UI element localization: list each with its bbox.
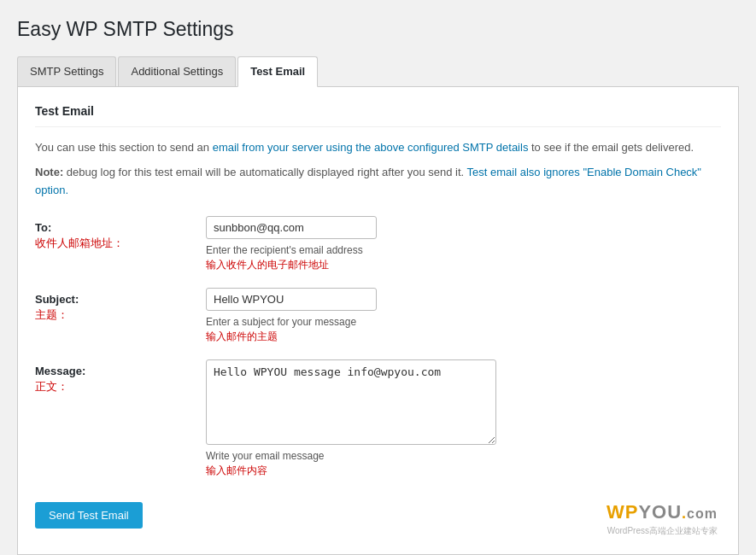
to-hint-en: Enter the recipient's email address xyxy=(206,244,721,256)
subject-label-col: Subject: 主题： xyxy=(35,288,206,323)
logo-sub: WordPress高端企业建站专家 xyxy=(607,525,718,537)
tab-additional-settings[interactable]: Additional Settings xyxy=(118,56,236,86)
logo-com: com xyxy=(687,506,718,521)
logo-wp: WP xyxy=(607,501,638,523)
note-line: Note: debug log for this test email will… xyxy=(35,164,721,200)
to-hint-cn: 输入收件人的电子邮件地址 xyxy=(206,258,721,272)
panel: Test Email You can use this section to s… xyxy=(17,87,739,555)
info-before: You can use this section to send an xyxy=(35,141,213,154)
message-hint-en: Write your email message xyxy=(206,450,721,462)
message-hint-cn: 输入邮件内容 xyxy=(206,464,721,478)
tabs: SMTP Settings Additional Settings Test E… xyxy=(17,56,739,87)
to-field-col: Enter the recipient's email address 输入收件… xyxy=(206,216,721,272)
logo-main: WPYOU.com xyxy=(607,501,718,523)
subject-hint-cn: 输入邮件的主题 xyxy=(206,330,721,344)
to-label-cn: 收件人邮箱地址： xyxy=(35,236,206,251)
to-row: To: 收件人邮箱地址： Enter the recipient's email… xyxy=(35,216,721,272)
note-label: Note: xyxy=(35,166,63,178)
send-test-email-button[interactable]: Send Test Email xyxy=(35,502,143,529)
info-line1: You can use this section to send an emai… xyxy=(35,139,721,157)
message-label-col: Message: 正文： xyxy=(35,359,206,394)
message-label-en: Message: xyxy=(35,365,206,377)
subject-field-col: Enter a subject for your message 输入邮件的主题 xyxy=(206,288,721,344)
note-text: debug log for this test email will be au… xyxy=(63,166,466,178)
page-title: Easy WP SMTP Settings xyxy=(17,17,739,43)
subject-hint-en: Enter a subject for your message xyxy=(206,316,721,328)
subject-input[interactable] xyxy=(206,288,377,311)
logo-you: YOU xyxy=(638,501,682,523)
message-field-col: Write your email message 输入邮件内容 xyxy=(206,359,721,478)
message-textarea[interactable] xyxy=(206,359,496,445)
tab-test-email[interactable]: Test Email xyxy=(237,56,318,87)
subject-row: Subject: 主题： Enter a subject for your me… xyxy=(35,288,721,344)
to-label-col: To: 收件人邮箱地址： xyxy=(35,216,206,251)
tab-smtp-settings[interactable]: SMTP Settings xyxy=(17,56,116,86)
subject-label-cn: 主题： xyxy=(35,307,206,323)
to-input[interactable] xyxy=(206,216,377,239)
branding: WPYOU.com WordPress高端企业建站专家 xyxy=(607,501,718,537)
info-after: to see if the email gets delivered. xyxy=(528,141,694,154)
info-link[interactable]: email from your server using the above c… xyxy=(213,141,529,154)
panel-title: Test Email xyxy=(35,104,721,127)
message-row: Message: 正文： Write your email message 输入… xyxy=(35,359,721,478)
to-label-en: To: xyxy=(35,221,206,234)
message-label-cn: 正文： xyxy=(35,379,206,394)
subject-label-en: Subject: xyxy=(35,293,206,306)
